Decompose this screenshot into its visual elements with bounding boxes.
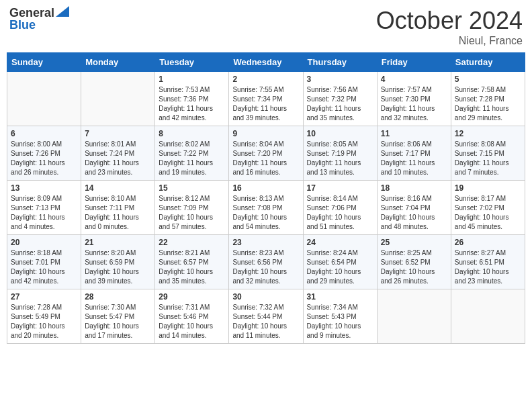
calendar-cell: 21Sunrise: 8:20 AMSunset: 6:59 PMDayligh… bbox=[81, 235, 155, 289]
day-number: 16 bbox=[232, 183, 299, 193]
day-header-saturday: Saturday bbox=[451, 53, 525, 72]
cell-details: Sunrise: 8:17 AMSunset: 7:02 PMDaylight:… bbox=[455, 195, 509, 230]
calendar-cell: 20Sunrise: 8:18 AMSunset: 7:01 PMDayligh… bbox=[7, 235, 81, 289]
cell-details: Sunrise: 8:10 AMSunset: 7:11 PMDaylight:… bbox=[85, 195, 139, 230]
cell-details: Sunrise: 8:01 AMSunset: 7:24 PMDaylight:… bbox=[85, 140, 139, 176]
day-number: 31 bbox=[307, 292, 373, 302]
cell-details: Sunrise: 8:12 AMSunset: 7:09 PMDaylight:… bbox=[159, 195, 213, 230]
calendar-cell: 23Sunrise: 8:23 AMSunset: 6:56 PMDayligh… bbox=[229, 235, 303, 289]
day-number: 18 bbox=[381, 183, 447, 193]
calendar-cell: 16Sunrise: 8:13 AMSunset: 7:08 PMDayligh… bbox=[229, 181, 303, 235]
cell-details: Sunrise: 8:08 AMSunset: 7:15 PMDaylight:… bbox=[455, 140, 509, 176]
day-header-wednesday: Wednesday bbox=[229, 53, 303, 72]
calendar-cell bbox=[7, 72, 81, 126]
day-number: 27 bbox=[11, 292, 77, 302]
calendar-week-row: 6Sunrise: 8:00 AMSunset: 7:26 PMDaylight… bbox=[7, 126, 525, 181]
page-header: General Blue October 2024 Nieul, France bbox=[7, 7, 525, 47]
calendar-cell: 3Sunrise: 7:56 AMSunset: 7:32 PMDaylight… bbox=[303, 72, 377, 126]
calendar-cell: 24Sunrise: 8:24 AMSunset: 6:54 PMDayligh… bbox=[303, 235, 377, 289]
day-header-monday: Monday bbox=[81, 53, 155, 72]
day-number: 22 bbox=[159, 238, 225, 247]
cell-details: Sunrise: 8:00 AMSunset: 7:26 PMDaylight:… bbox=[11, 140, 65, 176]
calendar-cell: 8Sunrise: 8:02 AMSunset: 7:22 PMDaylight… bbox=[155, 126, 229, 181]
cell-details: Sunrise: 8:21 AMSunset: 6:57 PMDaylight:… bbox=[159, 249, 213, 285]
cell-details: Sunrise: 7:58 AMSunset: 7:28 PMDaylight:… bbox=[455, 86, 509, 122]
cell-details: Sunrise: 8:27 AMSunset: 6:51 PMDaylight:… bbox=[455, 249, 509, 285]
day-number: 3 bbox=[307, 75, 373, 84]
day-number: 26 bbox=[455, 238, 521, 247]
calendar-cell: 10Sunrise: 8:05 AMSunset: 7:19 PMDayligh… bbox=[303, 126, 377, 181]
calendar-cell: 22Sunrise: 8:21 AMSunset: 6:57 PMDayligh… bbox=[155, 235, 229, 289]
cell-details: Sunrise: 8:25 AMSunset: 6:52 PMDaylight:… bbox=[381, 249, 435, 285]
day-number: 13 bbox=[11, 183, 77, 193]
cell-details: Sunrise: 7:56 AMSunset: 7:32 PMDaylight:… bbox=[307, 86, 361, 122]
logo-blue-text: Blue bbox=[9, 19, 36, 31]
calendar-cell bbox=[81, 72, 155, 126]
calendar-cell: 4Sunrise: 7:57 AMSunset: 7:30 PMDaylight… bbox=[377, 72, 451, 126]
day-number: 24 bbox=[307, 238, 373, 247]
cell-details: Sunrise: 8:23 AMSunset: 6:56 PMDaylight:… bbox=[232, 249, 287, 285]
calendar-cell: 30Sunrise: 7:32 AMSunset: 5:44 PMDayligh… bbox=[229, 289, 303, 344]
calendar-cell: 17Sunrise: 8:14 AMSunset: 7:06 PMDayligh… bbox=[303, 181, 377, 235]
day-number: 15 bbox=[159, 183, 225, 193]
day-number: 29 bbox=[159, 292, 225, 302]
day-number: 1 bbox=[159, 75, 225, 84]
cell-details: Sunrise: 8:06 AMSunset: 7:17 PMDaylight:… bbox=[381, 140, 435, 176]
cell-details: Sunrise: 8:05 AMSunset: 7:19 PMDaylight:… bbox=[307, 140, 361, 176]
day-header-friday: Friday bbox=[377, 53, 451, 72]
cell-details: Sunrise: 8:13 AMSunset: 7:08 PMDaylight:… bbox=[232, 195, 287, 230]
day-number: 21 bbox=[85, 238, 151, 247]
cell-details: Sunrise: 7:31 AMSunset: 5:46 PMDaylight:… bbox=[159, 304, 213, 339]
logo-icon bbox=[56, 6, 69, 17]
day-number: 25 bbox=[381, 238, 447, 247]
cell-details: Sunrise: 8:16 AMSunset: 7:04 PMDaylight:… bbox=[381, 195, 435, 230]
calendar-cell: 2Sunrise: 7:55 AMSunset: 7:34 PMDaylight… bbox=[229, 72, 303, 126]
day-number: 12 bbox=[455, 129, 521, 138]
cell-details: Sunrise: 7:53 AMSunset: 7:36 PMDaylight:… bbox=[159, 86, 213, 122]
day-header-thursday: Thursday bbox=[303, 53, 377, 72]
calendar-week-row: 1Sunrise: 7:53 AMSunset: 7:36 PMDaylight… bbox=[7, 72, 525, 126]
calendar-cell: 27Sunrise: 7:28 AMSunset: 5:49 PMDayligh… bbox=[7, 289, 81, 344]
calendar-cell: 6Sunrise: 8:00 AMSunset: 7:26 PMDaylight… bbox=[7, 126, 81, 181]
day-number: 30 bbox=[232, 292, 299, 302]
svg-marker-0 bbox=[56, 6, 69, 17]
day-header-tuesday: Tuesday bbox=[155, 53, 229, 72]
calendar-cell: 19Sunrise: 8:17 AMSunset: 7:02 PMDayligh… bbox=[451, 181, 525, 235]
calendar-cell: 13Sunrise: 8:09 AMSunset: 7:13 PMDayligh… bbox=[7, 181, 81, 235]
day-number: 17 bbox=[307, 183, 373, 193]
calendar-cell: 12Sunrise: 8:08 AMSunset: 7:15 PMDayligh… bbox=[451, 126, 525, 181]
calendar-cell: 9Sunrise: 8:04 AMSunset: 7:20 PMDaylight… bbox=[229, 126, 303, 181]
calendar-cell: 5Sunrise: 7:58 AMSunset: 7:28 PMDaylight… bbox=[451, 72, 525, 126]
calendar-cell: 15Sunrise: 8:12 AMSunset: 7:09 PMDayligh… bbox=[155, 181, 229, 235]
day-number: 8 bbox=[159, 129, 225, 138]
day-number: 23 bbox=[232, 238, 299, 247]
day-number: 10 bbox=[307, 129, 373, 138]
cell-details: Sunrise: 7:32 AMSunset: 5:44 PMDaylight:… bbox=[232, 304, 287, 339]
day-number: 19 bbox=[455, 183, 521, 193]
calendar-week-row: 13Sunrise: 8:09 AMSunset: 7:13 PMDayligh… bbox=[7, 181, 525, 235]
day-number: 2 bbox=[232, 75, 299, 84]
day-number: 4 bbox=[381, 75, 447, 84]
calendar-cell: 1Sunrise: 7:53 AMSunset: 7:36 PMDaylight… bbox=[155, 72, 229, 126]
day-number: 7 bbox=[85, 129, 151, 138]
calendar-cell: 25Sunrise: 8:25 AMSunset: 6:52 PMDayligh… bbox=[377, 235, 451, 289]
day-number: 11 bbox=[381, 129, 447, 138]
calendar-cell bbox=[377, 289, 451, 344]
day-header-sunday: Sunday bbox=[7, 53, 81, 72]
location: Nieul, France bbox=[376, 35, 523, 47]
calendar-cell: 29Sunrise: 7:31 AMSunset: 5:46 PMDayligh… bbox=[155, 289, 229, 344]
cell-details: Sunrise: 8:20 AMSunset: 6:59 PMDaylight:… bbox=[85, 249, 139, 285]
month-title: October 2024 bbox=[376, 7, 523, 35]
title-area: October 2024 Nieul, France bbox=[376, 7, 523, 47]
day-number: 20 bbox=[11, 238, 77, 247]
calendar-cell: 11Sunrise: 8:06 AMSunset: 7:17 PMDayligh… bbox=[377, 126, 451, 181]
calendar-cell bbox=[451, 289, 525, 344]
calendar-cell: 26Sunrise: 8:27 AMSunset: 6:51 PMDayligh… bbox=[451, 235, 525, 289]
day-number: 14 bbox=[85, 183, 151, 193]
day-number: 9 bbox=[232, 129, 299, 138]
logo-general-text: General bbox=[9, 7, 54, 19]
day-number: 6 bbox=[11, 129, 77, 138]
cell-details: Sunrise: 8:18 AMSunset: 7:01 PMDaylight:… bbox=[11, 249, 65, 285]
cell-details: Sunrise: 8:14 AMSunset: 7:06 PMDaylight:… bbox=[307, 195, 361, 230]
calendar-cell: 7Sunrise: 8:01 AMSunset: 7:24 PMDaylight… bbox=[81, 126, 155, 181]
